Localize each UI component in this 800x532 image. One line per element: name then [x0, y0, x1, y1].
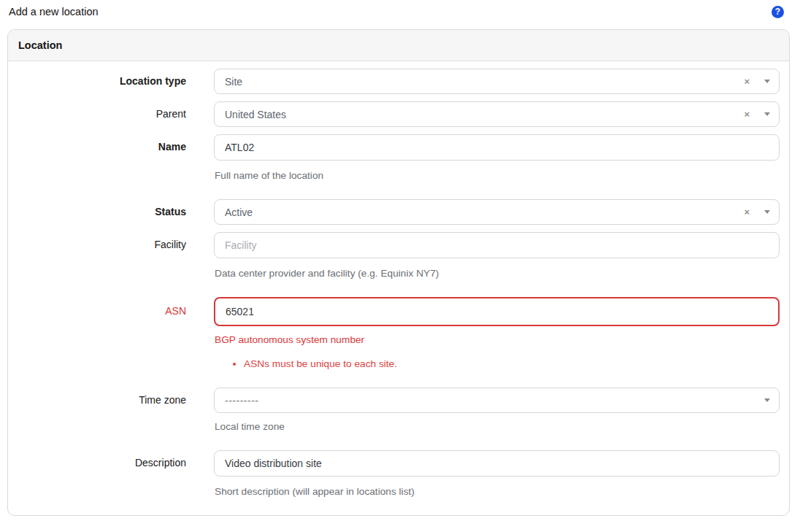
- form-row-facility: Facility Data center provider and facili…: [18, 232, 780, 280]
- caret-down-icon[interactable]: [764, 112, 770, 116]
- help-icon[interactable]: ?: [772, 6, 784, 18]
- name-helper-text: Full name of the location: [215, 169, 780, 182]
- location-type-select[interactable]: Site ×: [214, 69, 780, 94]
- time-zone-select[interactable]: ---------: [214, 388, 780, 413]
- time-zone-selected-value: ---------: [225, 395, 258, 406]
- description-input[interactable]: [225, 458, 770, 469]
- asn-helper-text: BGP autonomous system number: [215, 334, 780, 346]
- status-select[interactable]: Active ×: [214, 199, 780, 225]
- time-zone-label: Time zone: [18, 388, 186, 433]
- time-zone-helper-text: Local time zone: [215, 420, 780, 433]
- asn-error-item: ASNs must be unique to each site.: [244, 358, 780, 370]
- description-helper-text: Short description (will appear in locati…: [215, 485, 780, 498]
- status-label: Status: [18, 199, 186, 225]
- name-label: Name: [18, 134, 186, 182]
- parent-select[interactable]: United States ×: [214, 101, 780, 127]
- parent-selected-value: United States: [225, 109, 286, 120]
- status-selected-value: Active: [225, 207, 253, 218]
- page-title: Add a new location: [9, 6, 99, 18]
- clear-icon[interactable]: ×: [744, 109, 750, 119]
- location-type-label: Location type: [18, 69, 186, 94]
- form-row-status: Status Active ×: [18, 199, 780, 225]
- location-form: Location type Site × Parent United State…: [8, 61, 789, 515]
- card-header-title: Location: [8, 30, 789, 61]
- caret-down-icon[interactable]: [764, 398, 770, 402]
- caret-down-icon[interactable]: [764, 210, 770, 214]
- facility-helper-text: Data center provider and facility (e.g. …: [215, 267, 780, 280]
- location-type-selected-value: Site: [225, 76, 242, 88]
- top-bar: Add a new location ?: [0, 0, 800, 23]
- form-row-asn: ASN BGP autonomous system number ASNs mu…: [18, 297, 780, 370]
- clear-icon[interactable]: ×: [744, 77, 750, 86]
- description-label: Description: [18, 450, 186, 498]
- facility-label: Facility: [18, 232, 186, 280]
- facility-input[interactable]: [225, 239, 770, 251]
- form-row-name: Name Full name of the location: [18, 134, 780, 182]
- form-row-description: Description Short description (will appe…: [18, 450, 780, 498]
- asn-error-list: ASNs must be unique to each site.: [214, 358, 780, 370]
- form-row-location-type: Location type Site ×: [18, 69, 780, 94]
- form-row-time-zone: Time zone --------- Local time zone: [18, 388, 780, 433]
- clear-icon[interactable]: ×: [744, 207, 750, 217]
- caret-down-icon[interactable]: [764, 80, 770, 83]
- location-card: Location Location type Site × Parent Uni…: [7, 29, 790, 516]
- asn-input[interactable]: [226, 306, 769, 317]
- form-row-parent: Parent United States ×: [18, 101, 780, 127]
- name-input[interactable]: [225, 142, 770, 153]
- asn-label: ASN: [18, 297, 186, 370]
- parent-label: Parent: [18, 101, 186, 127]
